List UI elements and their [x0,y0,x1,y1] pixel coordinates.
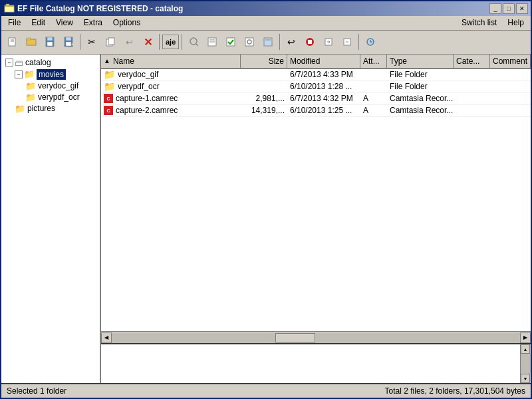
col-size-label: Size [269,57,284,66]
scroll-left-btn[interactable]: ◀ [101,332,112,343]
toolbar-special-btn[interactable]: aje [162,35,179,49]
toolbar-saveas-btn[interactable]: + [60,33,77,51]
toolbar-sep-2 [159,34,160,50]
toolbar-sep-4 [279,34,280,50]
toolbar-new-btn[interactable] [4,33,21,51]
title-buttons: _ □ ✕ [489,3,528,14]
toolbar-save-btn[interactable] [41,33,59,51]
menu-extra[interactable]: Extra [78,17,108,29]
menu-help[interactable]: Help [502,17,529,29]
col-header-cate[interactable]: Cate... [454,55,490,68]
scroll-track[interactable] [112,332,520,343]
toolbar-delete-btn[interactable]: ✕ [139,33,156,51]
col-header-name[interactable]: ▲ Name [101,55,241,68]
col-header-size[interactable]: Size [241,55,287,68]
v-scroll-track[interactable] [521,354,531,374]
svg-rect-1 [5,7,14,12]
svg-rect-2 [6,4,9,6]
toolbar-browse-btn[interactable] [185,33,202,51]
toolbar: + ✂ ↩ ✕ aje ↩ [1,31,531,55]
folder-verydoc_gif-icon: 📁 [25,81,36,91]
col-header-comment[interactable]: Comment [490,55,531,68]
toolbar-import-btn[interactable] [338,33,356,51]
tree-label-movies: movies [37,69,66,80]
expand-movies[interactable]: − [15,70,23,78]
status-bar: Selected 1 folder Total 2 files, 2 folde… [1,383,531,398]
preview-area: ▲ ▼ [101,343,531,383]
switch-list-button[interactable]: Switch list [456,17,502,29]
tree-label-pictures: pictures [27,104,55,113]
toolbar-edit-btn[interactable] [259,33,277,51]
menu-edit[interactable]: Edit [26,17,51,29]
expand-catalog[interactable]: − [5,59,13,66]
col-name-label: Name [113,57,134,66]
folder-pictures-icon: 📁 [15,104,25,114]
file-type: Camtasia Recor... [387,106,454,115]
svg-rect-7 [27,38,31,40]
table-row[interactable]: Ccapture-1.camrec 2,981,... 6/7/2013 4:3… [101,93,531,105]
svg-rect-13 [66,42,71,46]
col-modified-label: Modified [290,57,320,66]
toolbar-find1-btn[interactable] [203,33,221,51]
tree-panel[interactable]: − 🗃 catalog − 📁 movies 📁 verydoc_gif 📁 v… [1,55,101,384]
tree-item-verydoc_gif[interactable]: 📁 verydoc_gif [4,80,97,92]
col-header-modified[interactable]: Modified [287,55,360,68]
main-window: EF File Catalog NOT REGISTERED - catalog… [0,0,532,399]
file-list[interactable]: 📁verydoc_gif 6/7/2013 4:33 PM File Folde… [101,69,531,332]
svg-rect-23 [245,38,253,46]
scroll-thumb[interactable] [275,333,315,342]
toolbar-cut-btn[interactable]: ✂ [83,33,100,51]
horizontal-scrollbar[interactable]: ◀ ▶ [101,331,531,343]
tree-item-movies[interactable]: − 📁 movies [4,68,97,80]
toolbar-sync-btn[interactable] [362,33,379,51]
scroll-down-btn[interactable]: ▼ [521,374,530,383]
catalog-icon: 🗃 [15,58,23,68]
toolbar-check-btn[interactable] [222,33,239,51]
close-button[interactable]: ✕ [516,3,528,14]
toolbar-undo-btn[interactable]: ↩ [120,33,138,51]
file-type: Camtasia Recor... [387,94,454,103]
tree-item-catalog[interactable]: − 🗃 catalog [4,57,97,68]
col-header-type[interactable]: Type [387,55,454,68]
toolbar-sep-3 [182,34,182,50]
tree-label-verydoc_gif: verydoc_gif [38,81,78,90]
sort-up-icon: ▲ [104,57,110,65]
file-panel: ▲ Name Size Modified Att... Type Cate... [101,55,531,384]
file-type: File Folder [387,82,454,91]
folder-movies-icon: 📁 [24,69,35,79]
svg-rect-16 [108,38,114,45]
col-header-att[interactable]: Att... [360,55,387,68]
folder-verypdf_ocr-icon: 📁 [25,92,36,102]
toolbar-stop-btn[interactable] [301,33,319,51]
file-att: A [360,94,387,103]
file-type: File Folder [387,70,454,79]
toolbar-export-btn[interactable] [320,33,337,51]
svg-text:+: + [71,42,74,47]
toolbar-open-btn[interactable] [23,33,40,51]
file-modified: 6/7/2013 4:32 PM [287,94,360,103]
tree-label-catalog: catalog [25,58,51,67]
toolbar-copy-btn[interactable] [102,33,119,51]
svg-point-17 [190,38,197,45]
table-row[interactable]: 📁verydoc_gif 6/7/2013 4:33 PM File Folde… [101,69,531,81]
app-icon [4,3,15,14]
menu-options[interactable]: Options [108,17,146,29]
table-row[interactable]: 📁verypdf_ocr 6/10/2013 1:28 ... File Fol… [101,81,531,93]
file-size: 2,981,... [241,94,287,103]
toolbar-find2-btn[interactable] [241,33,258,51]
svg-rect-25 [264,38,272,46]
col-comment-label: Comment [493,57,527,66]
scroll-up-btn[interactable]: ▲ [521,344,530,354]
toolbar-back-btn[interactable]: ↩ [283,33,300,51]
menu-view[interactable]: View [51,17,78,29]
camrec-icon: C [104,94,113,103]
tree-item-pictures[interactable]: 📁 pictures [4,103,97,114]
file-modified: 6/10/2013 1:28 ... [287,82,360,91]
table-row[interactable]: Ccapture-2.camrec 14,319,... 6/10/2013 1… [101,105,531,117]
scroll-right-btn[interactable]: ▶ [520,332,531,343]
preview-scrollbar[interactable]: ▲ ▼ [520,344,531,383]
menu-file[interactable]: File [3,17,26,29]
minimize-button[interactable]: _ [489,3,501,14]
tree-item-verypdf_ocr[interactable]: 📁 verypdf_ocr [4,92,97,103]
maximize-button[interactable]: □ [503,3,515,14]
